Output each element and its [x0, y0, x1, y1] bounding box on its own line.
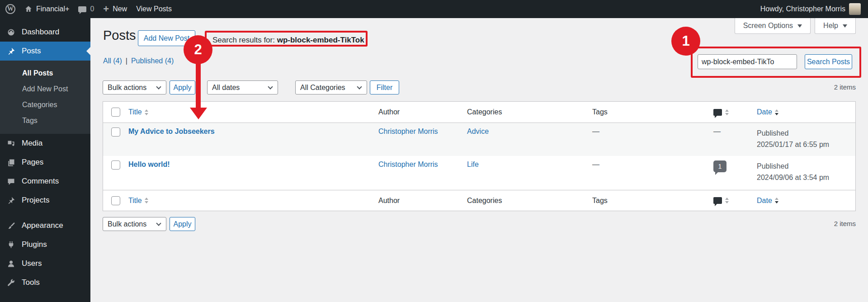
comment-bubble-icon	[78, 6, 86, 12]
new-label: New	[113, 5, 127, 13]
sidebar-label-media: Media	[22, 139, 42, 148]
bulk-actions-select[interactable]: Bulk actions	[103, 217, 166, 231]
category-link[interactable]: Life	[467, 160, 479, 168]
admin-bar-right: Howdy, Christopher Morris	[760, 3, 861, 15]
pages-icon	[6, 158, 16, 167]
sidebar-item-users[interactable]: Users	[0, 254, 90, 273]
posts-submenu: All Posts Add New Post Categories Tags	[0, 61, 90, 134]
sidebar-item-add-new-post[interactable]: Add New Post	[0, 81, 90, 97]
apply-button[interactable]: Apply	[170, 80, 195, 94]
screen-options-toggle[interactable]: Screen Options	[735, 18, 811, 34]
select-all-checkbox[interactable]	[111, 196, 120, 205]
filter-by-category-select[interactable]: All Categories	[295, 80, 367, 94]
view-published-link[interactable]: Published (4)	[131, 57, 174, 65]
author-link[interactable]: Christopher Morris	[378, 160, 438, 168]
sort-by-date-link[interactable]: Date	[757, 196, 778, 205]
chevron-down-icon	[156, 221, 161, 226]
sort-arrows-icon	[145, 196, 148, 205]
sidebar-item-tags[interactable]: Tags	[0, 113, 90, 128]
sidebar-label-users: Users	[22, 259, 42, 268]
comments-value: —	[713, 123, 757, 136]
posts-table: Title Author Categories Tags	[103, 101, 856, 211]
column-title-label: Title	[128, 108, 142, 116]
new-content-menu[interactable]: + New	[103, 5, 127, 13]
add-new-post-button[interactable]: Add New Post	[138, 30, 195, 46]
media-icon	[6, 139, 16, 148]
sort-by-title-link[interactable]: Title	[128, 196, 148, 205]
column-categories-label: Categories	[467, 108, 592, 116]
wordpress-admin-screen: W Financial+ 0 + New View Posts Howdy, C…	[0, 0, 868, 302]
sort-arrows-icon	[775, 196, 778, 205]
column-date-label: Date	[757, 197, 772, 205]
site-name-menu[interactable]: Financial+	[24, 5, 69, 13]
search-posts-input[interactable]	[698, 54, 797, 69]
filter-button[interactable]: Filter	[370, 80, 399, 94]
sidebar-item-categories[interactable]: Categories	[0, 97, 90, 113]
sidebar-item-posts[interactable]: Posts	[0, 42, 90, 61]
sort-by-comments-link[interactable]	[713, 196, 757, 205]
post-status-views: All (4) | Published (4)	[103, 57, 174, 65]
screen-meta-links: Screen Options Help	[735, 18, 856, 34]
filter-by-date-select[interactable]: All dates	[207, 80, 278, 94]
item-count-top: 2 items	[834, 83, 856, 91]
sidebar-label-tools: Tools	[22, 278, 40, 287]
bulk-actions-label: Bulk actions	[108, 84, 146, 92]
sort-by-date-link[interactable]: Date	[757, 108, 778, 117]
sidebar-separator	[0, 210, 90, 216]
views-separator: |	[126, 57, 127, 65]
view-posts-link[interactable]: View Posts	[136, 5, 172, 13]
account-menu[interactable]: Howdy, Christopher Morris	[760, 3, 861, 15]
view-all-link[interactable]: All (4)	[103, 57, 122, 65]
projects-pin-icon	[6, 196, 16, 205]
sort-arrows-icon	[775, 108, 778, 117]
category-link[interactable]: Advice	[467, 127, 489, 135]
item-count-bottom: 2 items	[834, 220, 856, 227]
table-footer-row: Title Author Categories Tags	[103, 190, 855, 211]
row-checkbox[interactable]	[111, 127, 120, 137]
admin-bar-comments[interactable]: 0	[78, 5, 94, 13]
bulk-actions-select[interactable]: Bulk actions	[103, 80, 166, 94]
user-avatar	[849, 3, 861, 15]
help-label: Help	[823, 22, 838, 30]
all-dates-label: All dates	[212, 84, 240, 92]
sidebar-item-comments[interactable]: Comments	[0, 172, 90, 191]
sidebar-item-plugins[interactable]: Plugins	[0, 235, 90, 254]
column-tags-label: Tags	[592, 108, 713, 116]
comments-column-icon	[713, 197, 722, 204]
post-date: 2024/09/06 at 3:54 pm	[757, 172, 851, 183]
table-row: Hello world! Christopher Morris Life — 1…	[103, 156, 855, 190]
sort-arrows-icon	[145, 108, 148, 117]
appearance-brush-icon	[6, 221, 16, 231]
all-categories-label: All Categories	[300, 84, 345, 92]
annotation-step-1-badge: 1	[671, 27, 700, 56]
sidebar-item-dashboard[interactable]: Dashboard	[0, 23, 90, 42]
author-link[interactable]: Christopher Morris	[378, 127, 438, 135]
sidebar-item-appearance[interactable]: Appearance	[0, 216, 90, 235]
sidebar-item-pages[interactable]: Pages	[0, 153, 90, 172]
subtitle-prefix: Search results for:	[212, 36, 277, 44]
sort-by-comments-link[interactable]	[713, 108, 757, 117]
sidebar-item-projects[interactable]: Projects	[0, 191, 90, 210]
select-all-checkbox[interactable]	[111, 108, 120, 117]
caret-down-icon	[797, 24, 802, 30]
post-title-link[interactable]: Hello world!	[128, 160, 170, 168]
sidebar-label-comments: Comments	[22, 177, 59, 186]
sidebar-item-media[interactable]: Media	[0, 134, 90, 153]
sidebar-label-all-posts: All Posts	[22, 69, 53, 77]
post-title-link[interactable]: My Advice to Jobseekers	[128, 127, 215, 135]
sort-by-title-link[interactable]: Title	[128, 108, 148, 117]
apply-button[interactable]: Apply	[170, 217, 195, 231]
sidebar-label-appearance: Appearance	[22, 221, 63, 230]
row-checkbox[interactable]	[111, 160, 120, 170]
view-posts-label: View Posts	[136, 5, 172, 13]
posts-page-content: Screen Options Help Posts Add New Post S…	[90, 18, 868, 302]
search-posts-button[interactable]: Search Posts	[805, 54, 852, 69]
admin-sidebar: Dashboard Posts All Posts Add New Post C…	[0, 18, 90, 302]
sidebar-item-tools[interactable]: Tools	[0, 273, 90, 292]
wordpress-logo-icon[interactable]: W	[5, 4, 15, 14]
help-toggle[interactable]: Help	[815, 18, 856, 34]
comment-count-bubble[interactable]: 1	[713, 160, 726, 172]
chevron-down-icon	[357, 84, 362, 89]
sidebar-item-all-posts[interactable]: All Posts	[0, 65, 90, 81]
sidebar-label-pages: Pages	[22, 158, 43, 167]
